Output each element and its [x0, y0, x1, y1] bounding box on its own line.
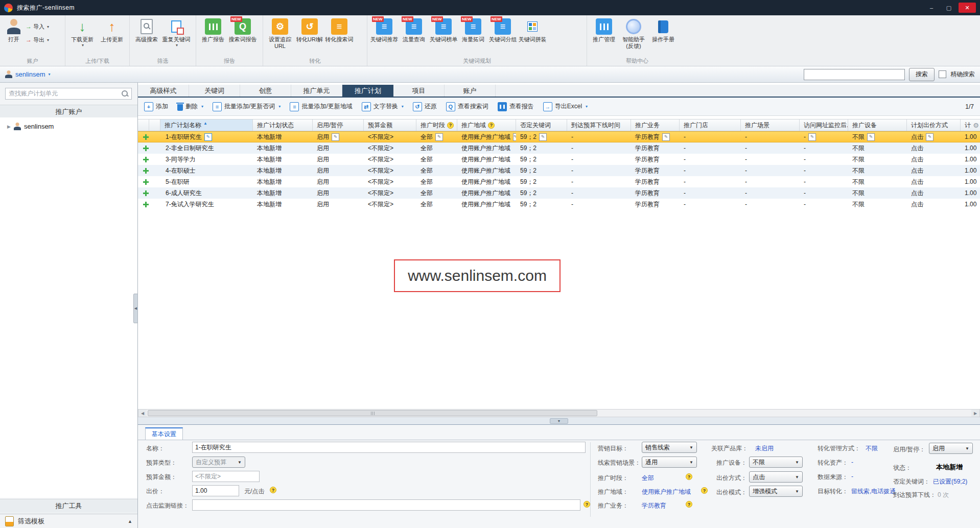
- delete-button[interactable]: 删除 ▾: [177, 102, 203, 111]
- panel-collapse-icon[interactable]: ▼: [550, 418, 568, 424]
- caret-down-icon[interactable]: ▾: [586, 104, 588, 109]
- horizontal-scrollbar[interactable]: ◀ ▶: [138, 409, 980, 417]
- help-icon[interactable]: ?: [701, 487, 708, 494]
- column-header-schedule[interactable]: 推广时段?: [416, 119, 457, 131]
- onoff-select[interactable]: 启用▼: [929, 443, 973, 454]
- column-header-device[interactable]: 推广设备: [848, 119, 907, 131]
- edit-icon[interactable]: ✎: [662, 133, 670, 141]
- view-search-terms-button[interactable]: Q 查看搜索词: [446, 102, 488, 111]
- tab-account[interactable]: 账户: [445, 85, 496, 97]
- search-button[interactable]: 搜索: [909, 68, 935, 81]
- bid-method-select[interactable]: 点击▼: [749, 471, 803, 483]
- edit-icon[interactable]: ✎: [926, 133, 934, 141]
- account-search-input[interactable]: [804, 69, 905, 80]
- tools-header[interactable]: 推广工具: [0, 499, 137, 513]
- import-button[interactable]: → 导入 ▾: [26, 21, 49, 32]
- expand-plus-icon[interactable]: [143, 190, 149, 196]
- upload-update-button[interactable]: ↑ 上传更新: [97, 17, 127, 43]
- scrollbar-thumb[interactable]: [148, 410, 597, 416]
- download-update-button[interactable]: ↓ 下载更新 ▾: [67, 17, 97, 47]
- smart-assistant-button[interactable]: 智能助手(反馈): [619, 17, 648, 50]
- column-header-business[interactable]: 推广业务: [631, 119, 680, 131]
- table-row[interactable]: 1-在职研究生✎ 本地新增 启用✎ <不限定> 全部✎ 使用账户推广地域✎ 59…: [138, 131, 980, 142]
- sidebar-collapse-handle[interactable]: ◀: [133, 294, 138, 323]
- bid-field[interactable]: [192, 485, 239, 496]
- help-icon[interactable]: ?: [686, 473, 692, 480]
- duplicate-keywords-button[interactable]: 重复关键词 ▾: [161, 17, 191, 47]
- caret-down-icon[interactable]: ▾: [278, 104, 281, 109]
- close-button[interactable]: ✕: [959, 3, 976, 13]
- lead-scene-select[interactable]: 通用▼: [642, 457, 697, 468]
- table-row[interactable]: 7-免试入学研究生✎ 本地新增 启用✎ <不限定> 全部✎ 使用账户推广地域✎ …: [138, 199, 980, 210]
- kw-assemble-button[interactable]: 关键词拼装: [518, 17, 547, 43]
- expand-plus-icon[interactable]: [143, 168, 149, 174]
- name-field[interactable]: [192, 442, 586, 453]
- tab-keywords[interactable]: 关键词: [189, 85, 240, 97]
- table-row[interactable]: 5-在职研✎ 本地新增 启用✎ <不限定> 全部✎ 使用账户推广地域✎ 59；2…: [138, 176, 980, 187]
- promo-manage-button[interactable]: 推广管理: [589, 17, 619, 43]
- neg-kw-link[interactable]: 已设置(59;2): [933, 477, 967, 486]
- batch-region-button[interactable]: ≡ 批量添加/更新地域: [290, 102, 352, 111]
- restore-button[interactable]: ↺ 还原: [413, 102, 437, 111]
- collapse-up-icon[interactable]: ▲: [128, 519, 132, 524]
- filter-template-row[interactable]: 筛选模板 ▲: [0, 514, 137, 528]
- export-excel-button[interactable]: → 导出Excel ▾: [543, 102, 588, 111]
- panel-splitter[interactable]: ▼: [138, 417, 980, 424]
- search-term-report-button[interactable]: NEWQ 搜索词报告: [228, 17, 258, 43]
- column-header-scene[interactable]: 推广场景: [741, 119, 800, 131]
- tab-promo-plan[interactable]: 推广计划: [342, 85, 393, 97]
- tab-basic-settings[interactable]: 基本设置: [145, 427, 183, 440]
- column-header-neg-kw[interactable]: 否定关键词: [516, 119, 567, 131]
- export-button[interactable]: → 导出 ▾: [26, 35, 49, 45]
- add-button[interactable]: + 添加: [144, 102, 168, 111]
- convert-search-term-button[interactable]: ≡ 转化搜索词: [324, 17, 354, 43]
- mass-expand-button[interactable]: NEW≡ 海量拓词: [458, 17, 488, 43]
- column-header-budget-reach-time[interactable]: 到达预算下线时间: [567, 119, 631, 131]
- column-header-store[interactable]: 推广门店: [680, 119, 741, 131]
- traffic-query-button[interactable]: NEW≡ 流量查询: [399, 17, 429, 43]
- table-row[interactable]: 6-成人研究生✎ 本地新增 启用✎ <不限定> 全部✎ 使用账户推广地域✎ 59…: [138, 187, 980, 199]
- help-icon[interactable]: ?: [447, 122, 454, 129]
- help-icon[interactable]: ?: [686, 501, 692, 508]
- edit-icon[interactable]: ✎: [204, 133, 212, 141]
- tree-expand-icon[interactable]: ▶: [7, 124, 11, 129]
- expand-plus-icon[interactable]: [143, 202, 149, 207]
- expand-plus-icon[interactable]: [143, 179, 149, 185]
- help-icon[interactable]: ?: [488, 122, 495, 129]
- edit-icon[interactable]: ✎: [539, 133, 547, 141]
- expand-plus-icon[interactable]: [143, 157, 149, 162]
- column-header-plan-status[interactable]: 推广计划状态: [253, 119, 313, 131]
- edit-icon[interactable]: ✎: [808, 133, 816, 141]
- scroll-right-icon[interactable]: ▶: [971, 410, 979, 417]
- account-name[interactable]: senlinsem: [15, 70, 45, 78]
- help-icon[interactable]: ?: [270, 487, 276, 493]
- tab-project[interactable]: 项目: [393, 85, 445, 97]
- maximize-button[interactable]: ▢: [941, 3, 956, 13]
- help-icon[interactable]: ?: [584, 501, 590, 508]
- minimize-button[interactable]: –: [924, 3, 939, 13]
- expand-plus-icon[interactable]: [143, 146, 149, 151]
- target-conv-link[interactable]: 留线索,电话拨通: [851, 487, 896, 496]
- table-row[interactable]: 4-在职硕士✎ 本地新增 启用✎ <不限定> 全部✎ 使用账户推广地域✎ 59；…: [138, 165, 980, 176]
- tab-promo-unit[interactable]: 推广单元: [291, 85, 342, 97]
- conv-mgmt-link[interactable]: 不限: [866, 444, 878, 453]
- table-row[interactable]: 2-非全日制研究生✎ 本地新增 启用✎ <不限定> 全部✎ 使用账户推广地域✎ …: [138, 142, 980, 154]
- column-header-plan-name[interactable]: 推广计划名称▲: [160, 119, 253, 131]
- budget-type-select[interactable]: 自定义预算▼: [192, 457, 245, 468]
- device-select[interactable]: 不限▼: [749, 457, 803, 468]
- column-header-url-monitor[interactable]: 访问网址监控后..: [800, 119, 848, 131]
- convert-uri-button[interactable]: ↺ 转化URI解: [295, 17, 324, 43]
- exact-search-checkbox[interactable]: [939, 70, 946, 78]
- caret-down-icon[interactable]: ▾: [201, 104, 203, 109]
- column-header-region[interactable]: 推广地域?: [457, 119, 516, 131]
- column-header-bid-method[interactable]: 计划出价方式: [907, 119, 961, 131]
- table-row[interactable]: 3-同等学力✎ 本地新增 启用✎ <不限定> 全部✎ 使用账户推广地域✎ 59；…: [138, 154, 980, 165]
- budget-amount-field[interactable]: [192, 471, 260, 482]
- batch-negative-button[interactable]: ≡ 批量添加/更新否词 ▾: [213, 102, 281, 111]
- kw-ranking-button[interactable]: NEW≡ 关键词榜单: [429, 17, 458, 43]
- column-header-onoff[interactable]: 启用/暂停: [313, 119, 364, 131]
- schedule-link[interactable]: 全部: [642, 474, 654, 483]
- column-header-budget[interactable]: 预算金额: [364, 119, 416, 131]
- chevron-down-icon[interactable]: ▾: [49, 72, 51, 77]
- tab-creative[interactable]: 创意: [240, 85, 291, 97]
